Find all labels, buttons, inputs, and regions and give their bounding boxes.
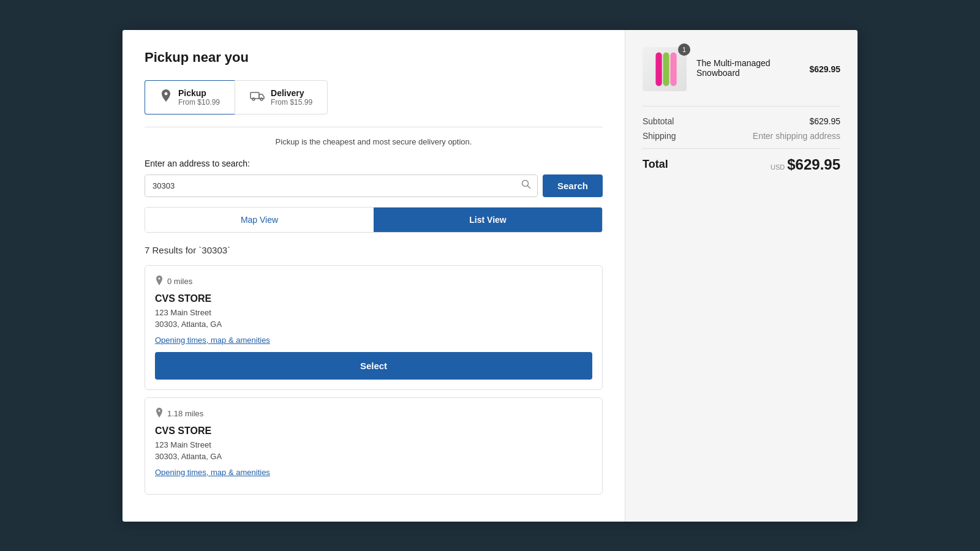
pickup-option[interactable]: Pickup From $10.99 xyxy=(145,80,235,114)
search-row: Search xyxy=(145,174,603,197)
store-distance-1: 0 miles xyxy=(155,276,592,287)
pickup-label: Pickup xyxy=(178,88,220,98)
store-1-link[interactable]: Opening times, map & amenities xyxy=(155,335,592,345)
main-container: Pickup near you Pickup From $10.99 xyxy=(123,30,858,522)
total-currency: USD xyxy=(771,163,785,171)
subtotal-value: $629.95 xyxy=(809,116,840,126)
delivery-text: Delivery From $15.99 xyxy=(271,88,312,107)
total-label: Total xyxy=(643,158,668,171)
cart-item-price: $629.95 xyxy=(809,64,840,74)
delivery-from: From $15.99 xyxy=(271,98,312,107)
order-summary: Subtotal $629.95 Shipping Enter shipping… xyxy=(643,106,840,173)
subtotal-row: Subtotal $629.95 xyxy=(643,116,840,126)
cart-item-image-wrapper: 1 xyxy=(643,47,687,91)
store-2-name: CVS STORE xyxy=(155,425,592,437)
store-1-name: CVS STORE xyxy=(155,293,592,304)
search-icon xyxy=(521,179,531,192)
svg-rect-5 xyxy=(655,52,662,86)
shipping-value: Enter shipping address xyxy=(753,131,840,141)
store-1-select-button[interactable]: Select xyxy=(155,352,592,380)
store-distance-2: 1.18 miles xyxy=(155,408,592,419)
store-1-distance: 0 miles xyxy=(167,277,192,286)
store-1-address: 123 Main Street 30303, Atlanta, GA xyxy=(155,307,592,331)
pickup-text: Pickup From $10.99 xyxy=(178,88,220,107)
total-price-wrapper: USD $629.95 xyxy=(771,156,840,173)
delivery-label: Delivery xyxy=(271,88,312,98)
shipping-options: Pickup From $10.99 Delivery From $15.99 xyxy=(145,80,603,114)
svg-rect-7 xyxy=(670,52,676,86)
store-location-icon-1 xyxy=(155,276,164,287)
subtotal-label: Subtotal xyxy=(643,116,674,126)
search-input[interactable] xyxy=(145,175,537,197)
shipping-row: Shipping Enter shipping address xyxy=(643,131,840,141)
location-icon xyxy=(160,89,172,105)
pickup-note: Pickup is the cheapest and most secure d… xyxy=(145,137,603,146)
store-2-link[interactable]: Opening times, map & amenities xyxy=(155,468,592,477)
svg-line-4 xyxy=(527,186,530,189)
shipping-label: Shipping xyxy=(643,131,676,141)
divider xyxy=(145,127,603,127)
delivery-option[interactable]: Delivery From $15.99 xyxy=(235,80,328,114)
store-location-icon-2 xyxy=(155,408,164,419)
cart-item-name: The Multi-managed Snowboard xyxy=(696,58,799,78)
results-heading: 7 Results for `30303` xyxy=(145,245,603,255)
total-price: $629.95 xyxy=(787,156,840,173)
cart-badge: 1 xyxy=(678,43,690,56)
svg-rect-6 xyxy=(663,52,669,86)
address-label: Enter an address to search: xyxy=(145,159,603,168)
total-row: Total USD $629.95 xyxy=(643,148,840,173)
search-input-wrapper xyxy=(145,174,538,197)
list-view-button[interactable]: List View xyxy=(374,208,602,232)
delivery-icon xyxy=(250,90,265,104)
left-panel: Pickup near you Pickup From $10.99 xyxy=(123,30,625,522)
svg-rect-0 xyxy=(251,92,259,99)
svg-point-2 xyxy=(260,98,263,100)
search-button[interactable]: Search xyxy=(543,174,603,197)
page-title: Pickup near you xyxy=(145,50,603,66)
store-card-2: 1.18 miles CVS STORE 123 Main Street 303… xyxy=(145,397,603,495)
store-card-1: 0 miles CVS STORE 123 Main Street 30303,… xyxy=(145,265,603,390)
store-2-distance: 1.18 miles xyxy=(167,409,203,418)
right-panel: 1 The Multi-managed Snowboard $629.95 Su… xyxy=(625,30,858,522)
cart-item: 1 The Multi-managed Snowboard $629.95 xyxy=(643,47,840,91)
map-view-button[interactable]: Map View xyxy=(145,208,374,232)
svg-point-1 xyxy=(252,98,255,100)
pickup-from: From $10.99 xyxy=(178,98,220,107)
store-2-address: 123 Main Street 30303, Atlanta, GA xyxy=(155,439,592,463)
cart-item-details: The Multi-managed Snowboard xyxy=(696,58,799,80)
view-toggle: Map View List View xyxy=(145,207,603,233)
